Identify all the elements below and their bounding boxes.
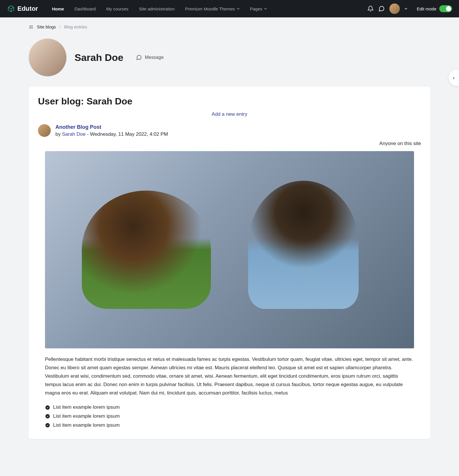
user-avatar[interactable] — [389, 3, 400, 14]
nav-home[interactable]: Home — [47, 4, 69, 14]
brand-logo[interactable]: Edutor — [7, 5, 38, 13]
dashboard-icon — [29, 25, 33, 29]
svg-point-3 — [31, 27, 32, 28]
post-header: Another Blog Post by Sarah Doe - Wednesd… — [38, 124, 421, 137]
post-author-link[interactable]: Sarah Doe — [62, 131, 86, 137]
brand-name: Edutor — [17, 5, 38, 12]
svg-point-2 — [30, 27, 31, 28]
svg-point-1 — [31, 25, 32, 26]
chat-icon — [136, 55, 142, 60]
message-button[interactable]: Message — [136, 55, 164, 60]
edit-mode-toggle[interactable] — [439, 5, 452, 12]
breadcrumb-current: Blog entries — [64, 24, 87, 29]
post-body: Pellentesque habitant morbi tristique se… — [38, 355, 421, 397]
nav-themes[interactable]: Premium Moodle Themes — [180, 4, 244, 14]
edit-mode-label: Edit mode — [417, 6, 436, 11]
post-date: Wednesday, 11 May 2022, 4:02 PM — [90, 131, 168, 137]
breadcrumb-separator: / — [59, 24, 61, 29]
svg-point-0 — [30, 25, 31, 26]
post-visibility: Anyone on this site — [38, 141, 421, 146]
chevron-left-icon: ‹ — [453, 75, 455, 81]
blog-title: User blog: Sarah Doe — [38, 96, 421, 107]
list-item: List item example lorem ipsum — [45, 421, 414, 430]
blog-card: User blog: Sarah Doe Add a new entry Ano… — [29, 87, 430, 439]
post-image — [45, 151, 414, 348]
chevron-down-icon — [237, 7, 240, 10]
nav-pages[interactable]: Pages — [245, 4, 272, 14]
add-entry-link[interactable]: Add a new entry — [38, 111, 421, 117]
check-circle-icon — [45, 423, 50, 428]
nav-links: Home Dashboard My courses Site administr… — [47, 4, 365, 14]
post-meta: by Sarah Doe - Wednesday, 11 May 2022, 4… — [55, 131, 168, 137]
nav-dashboard[interactable]: Dashboard — [70, 4, 100, 14]
post-author-avatar[interactable] — [38, 124, 51, 137]
profile-avatar[interactable] — [29, 39, 66, 76]
check-circle-icon — [45, 414, 50, 419]
nav-mycourses[interactable]: My courses — [102, 4, 133, 14]
profile-name: Sarah Doe — [75, 52, 123, 63]
bell-icon[interactable] — [367, 6, 374, 12]
edutor-logo-icon — [7, 5, 15, 13]
nav-siteadmin[interactable]: Site administration — [134, 4, 179, 14]
post-title-link[interactable]: Another Blog Post — [55, 124, 168, 130]
check-circle-icon — [45, 405, 50, 410]
chevron-down-icon — [264, 7, 267, 10]
chat-icon[interactable] — [378, 6, 385, 12]
nav-icons: Edit mode — [367, 3, 452, 14]
post-list: List item example lorem ipsum List item … — [38, 403, 421, 430]
chevron-down-icon[interactable] — [404, 7, 407, 10]
breadcrumb: Site blogs / Blog entries — [29, 24, 430, 29]
drawer-toggle[interactable]: ‹ — [449, 70, 459, 86]
edit-mode: Edit mode — [417, 5, 452, 12]
profile-header: Sarah Doe Message — [29, 39, 430, 76]
list-item: List item example lorem ipsum — [45, 403, 414, 412]
breadcrumb-site-blogs[interactable]: Site blogs — [37, 24, 56, 29]
blog-post: Another Blog Post by Sarah Doe - Wednesd… — [38, 124, 421, 430]
list-item: List item example lorem ipsum — [45, 412, 414, 421]
navbar: Edutor Home Dashboard My courses Site ad… — [0, 0, 459, 17]
